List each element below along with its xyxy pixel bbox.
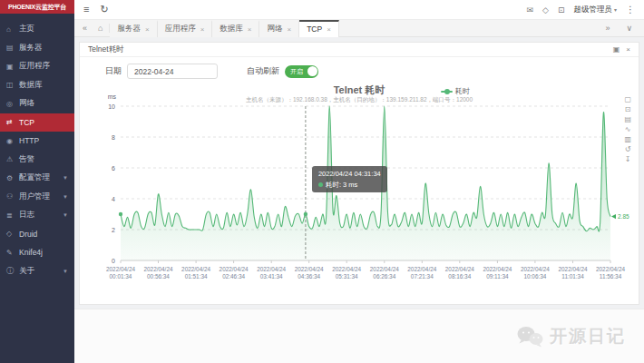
- sidebar-item-application[interactable]: ▣应用程序: [0, 57, 74, 76]
- sidebar-item-label: TCP: [19, 118, 34, 127]
- close-tab-icon[interactable]: ×: [248, 25, 252, 34]
- toggle-on-label: 开启: [285, 67, 303, 76]
- http-icon: ◉: [6, 137, 16, 145]
- home-tab-icon[interactable]: ⌂: [92, 24, 110, 33]
- svg-text:11:56:34: 11:56:34: [600, 273, 622, 280]
- sidebar-item-users[interactable]: ⚇用户管理▼: [0, 188, 74, 207]
- panel-header: Telnet耗时 ▣ ×: [80, 43, 639, 57]
- chevron-down-icon: ▼: [63, 269, 68, 274]
- toggle-knob: [307, 66, 317, 76]
- knife4j-icon: ✎: [6, 249, 16, 257]
- tab-application[interactable]: 应用程序×: [158, 20, 213, 37]
- tabs-container: 服务器×应用程序×数据库×网络×TCP×: [110, 20, 338, 37]
- sidebar-item-label: 网络: [19, 98, 34, 109]
- telnet-chart[interactable]: Telnet 耗时 主机名（来源）：192.168.0.38，主机名（目的地）：…: [89, 83, 629, 300]
- topbar-icons: ✉◇⊡: [526, 5, 564, 15]
- tab-server[interactable]: 服务器×: [110, 20, 157, 37]
- application-icon: ▣: [6, 63, 16, 71]
- svg-text:2022/04/24: 2022/04/24: [257, 266, 286, 272]
- sidebar-item-tcp[interactable]: ⇄TCP: [0, 113, 74, 132]
- date-input[interactable]: [127, 64, 218, 79]
- close-tab-icon[interactable]: ×: [145, 25, 150, 34]
- close-tab-icon[interactable]: ×: [287, 25, 291, 34]
- topbar-right: ✉◇⊡ 超级管理员 ▾ ⋮: [526, 5, 635, 15]
- panel-body: 日期 自动刷新 开启 Telnet 耗时 主机名（来源）：192.168.0.3…: [80, 57, 639, 304]
- svg-text:06:26:34: 06:26:34: [373, 273, 395, 280]
- tab-label: 服务器: [117, 24, 141, 34]
- tcp-icon: ⇄: [6, 118, 16, 126]
- footer: 开源日记: [74, 309, 644, 363]
- svg-text:2022/04/24: 2022/04/24: [106, 266, 135, 272]
- sidebar-item-config[interactable]: ⚙配置管理▼: [0, 169, 74, 188]
- sidebar-item-about[interactable]: ⓘ关于▼: [0, 262, 74, 281]
- sidebar-item-server[interactable]: ▤服务器: [0, 39, 74, 58]
- tabs-scroll-right-icon[interactable]: »: [600, 24, 614, 33]
- sidebar-item-network[interactable]: ◎网络: [0, 94, 74, 113]
- tab-label: TCP: [307, 25, 322, 34]
- refresh-icon[interactable]: ↻: [100, 5, 108, 15]
- message-icon[interactable]: ✉: [526, 5, 533, 15]
- alarm-bell-icon: ⚠: [6, 155, 16, 163]
- notice-icon[interactable]: ◇: [542, 5, 549, 15]
- sidebar-menu: ⌂主页▤服务器▣应用程序◫数据库◎网络⇄TCP◉HTTP⚠告警⚙配置管理▼⚇用户…: [0, 14, 74, 280]
- tab-network[interactable]: 网络×: [259, 20, 299, 37]
- svg-text:00:56:34: 00:56:34: [147, 273, 170, 280]
- fullscreen-icon[interactable]: ⊡: [558, 5, 565, 15]
- tabs-scroll-left-icon[interactable]: «: [78, 24, 92, 33]
- user-menu[interactable]: 超级管理员 ▾: [573, 5, 617, 15]
- sidebar-item-logs[interactable]: ≣日志▼: [0, 206, 74, 225]
- sidebar: PHOENIX云监控平台 ⌂主页▤服务器▣应用程序◫数据库◎网络⇄TCP◉HTT…: [0, 0, 74, 363]
- info-icon: ⓘ: [6, 266, 16, 276]
- tabbar-right: » ∨: [600, 24, 640, 33]
- auto-refresh-label: 自动刷新: [247, 65, 279, 77]
- svg-text:8: 8: [112, 134, 115, 141]
- svg-text:09:11:34: 09:11:34: [486, 273, 509, 280]
- user-name: 超级管理员: [573, 5, 612, 15]
- auto-refresh-toggle[interactable]: 开启: [285, 65, 318, 78]
- tabs-dropdown-icon[interactable]: ∨: [621, 24, 637, 33]
- more-options-icon[interactable]: ⋮: [626, 5, 635, 15]
- filter-form: 日期 自动刷新 开启: [87, 60, 631, 83]
- svg-text:07:21:34: 07:21:34: [411, 273, 434, 280]
- svg-text:2022/04/24: 2022/04/24: [559, 266, 588, 272]
- chevron-down-icon: ▼: [63, 212, 68, 218]
- svg-text:2022/04/24: 2022/04/24: [181, 266, 210, 272]
- sidebar-item-http[interactable]: ◉HTTP: [0, 132, 74, 151]
- svg-text:02:46:34: 02:46:34: [222, 273, 245, 280]
- sidebar-item-label: 用户管理: [19, 191, 50, 202]
- svg-text:05:31:34: 05:31:34: [336, 273, 358, 280]
- svg-text:01:51:34: 01:51:34: [185, 273, 208, 280]
- tab-label: 网络: [267, 24, 282, 34]
- chevron-down-icon: ▼: [63, 175, 68, 181]
- collapse-menu-icon[interactable]: ≡: [83, 5, 89, 15]
- svg-text:2022/04/24: 2022/04/24: [596, 266, 625, 272]
- svg-text:2022/04/24: 2022/04/24: [144, 266, 173, 272]
- database-icon: ◫: [6, 81, 16, 89]
- svg-text:2022/04/24: 2022/04/24: [483, 266, 512, 272]
- panel-title: Telnet耗时: [88, 44, 124, 55]
- sidebar-item-knife4j[interactable]: ✎Knife4j: [0, 243, 74, 262]
- svg-text:6: 6: [112, 165, 115, 172]
- sidebar-item-label: 主页: [19, 24, 34, 34]
- main-area: ≡ ↻ ✉◇⊡ 超级管理员 ▾ ⋮ « ⌂ 服务器×应用程序×数据库×网络×TC…: [74, 0, 644, 363]
- sidebar-item-label: 应用程序: [19, 61, 50, 72]
- tab-database[interactable]: 数据库×: [212, 20, 259, 37]
- tab-tcp[interactable]: TCP×: [299, 20, 339, 37]
- close-tab-icon[interactable]: ×: [327, 25, 331, 34]
- float-window-icon[interactable]: ▣: [613, 45, 620, 54]
- sidebar-item-alarm[interactable]: ⚠告警: [0, 151, 74, 170]
- svg-text:10: 10: [108, 103, 115, 110]
- close-tab-icon[interactable]: ×: [200, 25, 205, 34]
- sidebar-item-label: Druid: [19, 230, 37, 239]
- svg-text:2022/04/24: 2022/04/24: [407, 266, 436, 272]
- sidebar-item-druid[interactable]: ◇Druid: [0, 225, 74, 244]
- sidebar-item-label: 服务器: [19, 43, 43, 54]
- sidebar-item-home[interactable]: ⌂主页: [0, 20, 74, 39]
- chevron-down-icon: ▼: [63, 194, 68, 200]
- chart-plot[interactable]: 0246810ms2022/04/2400:01:342022/04/2400:…: [89, 83, 629, 300]
- chevron-down-icon: ▾: [614, 6, 617, 13]
- sidebar-item-database[interactable]: ◫数据库: [0, 76, 74, 95]
- close-panel-icon[interactable]: ×: [626, 45, 630, 54]
- app-window: PHOENIX云监控平台 ⌂主页▤服务器▣应用程序◫数据库◎网络⇄TCP◉HTT…: [0, 0, 644, 363]
- svg-text:00:01:34: 00:01:34: [110, 273, 132, 280]
